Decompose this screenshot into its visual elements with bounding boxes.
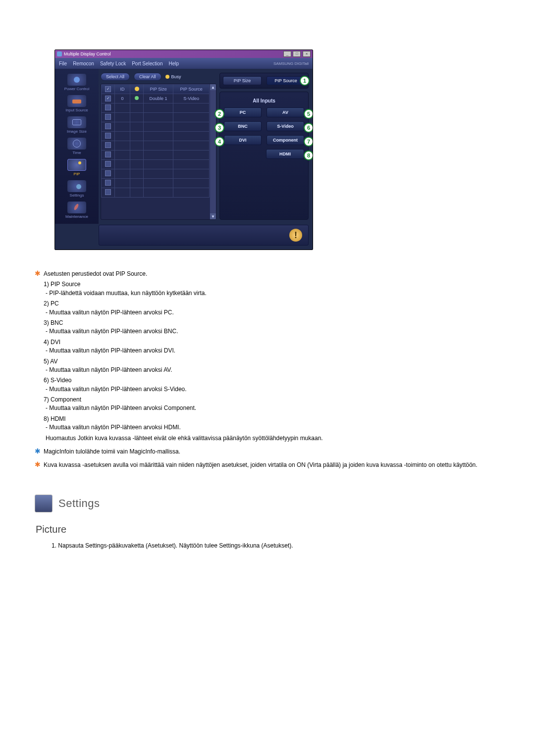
star-icon: ✱	[35, 270, 41, 278]
input-hdmi[interactable]: HDMI 8	[266, 149, 304, 159]
table-row[interactable]	[102, 113, 210, 122]
sidebar-item-maintenance[interactable]: Maintenance	[59, 202, 94, 219]
close-button[interactable]: ×	[303, 51, 311, 57]
callout-4: 4	[214, 137, 224, 147]
intro-text: Asetusten perustiedot ovat PIP Source.	[44, 270, 147, 278]
row-checkbox[interactable]	[105, 142, 111, 148]
row-checkbox[interactable]	[105, 161, 111, 167]
table-row[interactable]	[102, 179, 210, 188]
pip-note: Kuva kuvassa -asetuksen avulla voi määri…	[44, 461, 478, 469]
app-icon	[57, 51, 62, 56]
star-icon: ✱	[35, 461, 41, 469]
scroll-down-icon[interactable]: ▼	[210, 213, 216, 219]
sidebar-item-power-control[interactable]: Power Control	[59, 74, 94, 91]
list-item-desc: - Muuttaa valitun näytön PIP-lähteen arv…	[46, 327, 500, 336]
row-checkbox[interactable]	[105, 189, 111, 195]
col-status-icon	[130, 85, 144, 94]
settings-heading: Settings	[58, 496, 100, 511]
sidebar-item-pip[interactable]: PIP	[59, 159, 94, 176]
table-row[interactable]	[102, 103, 210, 113]
input-label: PC	[240, 110, 246, 115]
input-pc[interactable]: PC 2	[224, 107, 262, 117]
maintenance-icon	[67, 202, 86, 213]
sidebar-item-image-size[interactable]: Image Size	[59, 116, 94, 134]
note-text: Huomautus Jotkin kuva kuvassa -lähteet e…	[46, 434, 500, 443]
list-item-desc: - Muuttaa valitun näytön PIP-lähteen arv…	[46, 308, 500, 317]
statusbar: !	[99, 225, 309, 246]
sidebar-item-label: Power Control	[64, 87, 90, 91]
sidebar-item-settings[interactable]: Settings	[59, 180, 94, 198]
row-checkbox[interactable]	[105, 123, 111, 129]
warning-icon: !	[289, 229, 302, 242]
row-checkbox[interactable]	[105, 170, 111, 176]
sidebar-item-input-source[interactable]: Input Source	[59, 95, 94, 112]
seg-pip-source[interactable]: PIP Source 1	[267, 76, 305, 85]
input-bnc[interactable]: BNC 3	[224, 121, 262, 131]
time-icon	[67, 138, 86, 150]
select-all-button[interactable]: Select All	[101, 73, 130, 81]
input-svideo[interactable]: S-Video 6	[267, 121, 304, 131]
seg-pip-source-label: PIP Source	[274, 78, 297, 83]
row-checkbox[interactable]	[105, 180, 111, 186]
sidebar-item-label: Maintenance	[65, 214, 88, 219]
window-buttons: _ □ ×	[283, 51, 311, 57]
menu-safety-lock[interactable]: Safety Lock	[100, 61, 126, 66]
display-grid: ID PIP Size PIP Source 0 Double 1	[101, 84, 210, 219]
seg-pip-size[interactable]: PIP Size	[223, 76, 262, 85]
menu-remocon[interactable]: Remocon	[73, 61, 94, 66]
header-checkbox[interactable]	[105, 86, 111, 92]
row-checkbox[interactable]	[105, 104, 111, 110]
list-item-desc: - Muuttaa valitun näytön PIP-lähteen arv…	[46, 385, 500, 394]
busy-dot-icon	[165, 75, 169, 79]
table-row[interactable]	[102, 151, 210, 160]
menu-file[interactable]: File	[59, 61, 67, 66]
callout-1: 1	[300, 76, 310, 86]
table-row[interactable]	[102, 188, 210, 198]
list-item-title: 7) Component	[44, 396, 500, 404]
input-dvi[interactable]: DVI 4	[224, 135, 262, 145]
status-dot-icon	[135, 96, 139, 100]
app-window: Multiple Display Control _ □ × File Remo…	[54, 50, 313, 250]
table-row[interactable]	[102, 132, 210, 141]
list-item-desc: - Muuttaa valitun näytön PIP-lähteen arv…	[46, 423, 500, 432]
list-item-desc: - Muuttaa valitun näytön PIP-lähteen arv…	[46, 347, 500, 355]
maximize-button[interactable]: □	[293, 51, 301, 57]
col-pip-source: PIP Source	[173, 85, 210, 94]
cell-pip-size: Double 1	[144, 94, 173, 103]
row-checkbox[interactable]	[105, 151, 111, 157]
menu-port-selection[interactable]: Port Selection	[132, 61, 162, 66]
table-row[interactable]: 0 Double 1 S-Video	[102, 94, 210, 103]
image-size-icon	[67, 116, 86, 128]
list-item-title: 5) AV	[44, 357, 500, 366]
callout-5: 5	[304, 109, 313, 119]
input-label: S-Video	[277, 124, 293, 129]
table-row[interactable]	[102, 141, 210, 151]
table-row[interactable]	[102, 122, 210, 132]
scrollbar[interactable]: ▲ ▼	[210, 84, 216, 219]
minimize-button[interactable]: _	[283, 51, 291, 57]
step-1: 1. Napsauta Settings-pääkuvaketta (Asetu…	[52, 542, 500, 550]
sidebar-item-time[interactable]: Time	[59, 138, 94, 155]
table-row[interactable]	[102, 169, 210, 179]
input-av[interactable]: AV 5	[267, 107, 304, 117]
callout-3: 3	[214, 123, 224, 133]
row-checkbox[interactable]	[105, 96, 111, 101]
row-checkbox[interactable]	[105, 114, 111, 120]
list-item-title: 4) DVI	[44, 338, 500, 347]
list-item-title: 2) PC	[44, 300, 500, 308]
menu-help[interactable]: Help	[168, 61, 179, 66]
list-item-title: 1) PIP Source	[44, 280, 500, 289]
clear-all-button[interactable]: Clear All	[134, 73, 161, 81]
input-component[interactable]: Component 7	[267, 135, 304, 145]
list-item-desc: - PIP-lähdettä voidaan muuttaa, kun näyt…	[46, 289, 500, 298]
table-row[interactable]	[102, 160, 210, 169]
window-title: Multiple Display Control	[64, 51, 111, 56]
input-label: Component	[273, 138, 298, 143]
busy-indicator: Busy	[165, 74, 181, 79]
sidebar-item-label: Image Size	[67, 129, 87, 134]
list-item-title: 3) BNC	[44, 319, 500, 327]
scroll-up-icon[interactable]: ▲	[210, 84, 216, 90]
sidebar-item-label: Settings	[70, 193, 84, 198]
row-checkbox[interactable]	[105, 133, 111, 139]
cell-pip-source: S-Video	[173, 94, 210, 103]
